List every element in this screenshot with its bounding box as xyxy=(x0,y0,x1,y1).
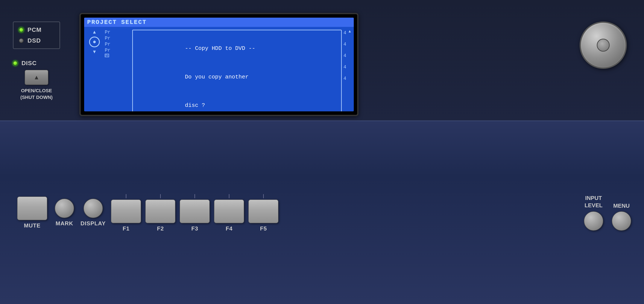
disc-label: DISC xyxy=(22,60,37,67)
display-button[interactable] xyxy=(84,199,103,218)
f1-label: F1 xyxy=(122,225,130,232)
f4-label: F4 xyxy=(226,225,232,232)
mark-label: MARK xyxy=(56,220,73,227)
f2-group: | F2 xyxy=(145,194,176,232)
scroll-indicator: ▲ xyxy=(348,29,352,34)
pcm-label: PCM xyxy=(28,27,42,33)
f2-indicator: | xyxy=(160,194,161,198)
project-row-3: Pr xyxy=(105,42,130,47)
f4-button[interactable] xyxy=(214,200,244,223)
f1-indicator: | xyxy=(126,194,127,198)
nav-disc-inner xyxy=(93,41,96,43)
dsd-indicator-row: DSD xyxy=(19,37,54,44)
bottom-panel: MUTE MARK DISPLAY | F1 | F2 | F3 xyxy=(0,120,644,304)
mute-group: MUTE xyxy=(17,197,47,229)
lcd-title-bar: PROJECT SELECT xyxy=(84,18,354,27)
pcm-led xyxy=(19,28,24,32)
lcd-left-nav: ▲ ▼ xyxy=(86,29,103,111)
right-buttons-row: INPUT LEVEL MENU xyxy=(584,195,631,231)
mute-button[interactable] xyxy=(17,197,47,220)
project-row-1: Pr xyxy=(105,30,130,35)
input-level-label: INPUT LEVEL xyxy=(584,195,602,209)
f5-indicator: | xyxy=(263,194,264,198)
f5-group: | F5 xyxy=(248,194,278,232)
format-indicator-group: PCM DSD xyxy=(13,22,60,49)
input-level-button[interactable] xyxy=(584,211,603,231)
disc-led xyxy=(13,61,18,66)
display-label: DISPLAY xyxy=(80,220,106,227)
f3-indicator: | xyxy=(194,194,195,198)
f1-button[interactable] xyxy=(111,200,141,223)
left-indicators: PCM DSD DISC ▲ OPEN/CLOSE xyxy=(13,22,60,101)
open-close-label: OPEN/CLOSE (SHUT DOWN) xyxy=(20,87,52,101)
dsd-label: DSD xyxy=(28,37,41,44)
disc-led-row: DISC xyxy=(13,60,60,67)
f3-group: | F3 xyxy=(180,194,210,232)
nav-down-arrow: ▼ xyxy=(92,49,97,54)
open-close-area: ▲ OPEN/CLOSE (SHUT DOWN) xyxy=(13,70,60,101)
project-row-2: Pr xyxy=(105,36,130,41)
f3-button[interactable] xyxy=(180,200,210,223)
lcd-main-area: ▲ ▲ ▼ Pr Pr xyxy=(84,27,354,111)
disc-indicator-group: DISC ▲ OPEN/CLOSE (SHUT DOWN) xyxy=(13,60,60,101)
lcd-project-list: Pr Pr Pr Pr Pr xyxy=(105,29,130,111)
f3-label: F3 xyxy=(191,225,198,232)
lcd-container: PROJECT SELECT ▲ ▲ ▼ xyxy=(80,13,358,116)
right-knob-area xyxy=(580,9,631,69)
pcm-indicator-row: PCM xyxy=(19,27,54,33)
eject-button[interactable]: ▲ xyxy=(25,70,48,85)
top-panel: PCM DSD DISC ▲ OPEN/CLOSE xyxy=(0,0,644,120)
project-row-5: Pr xyxy=(105,54,130,57)
dialog-text-content: -- Copy HDD to DVD -- Do you copy anothe… xyxy=(138,34,336,111)
nav-up-arrow: ▲ xyxy=(92,30,97,34)
f4-indicator: | xyxy=(228,194,230,198)
project-row-4: Pr xyxy=(105,48,130,53)
f5-button[interactable] xyxy=(248,200,278,223)
f1-group: | F1 xyxy=(111,194,141,232)
mark-button[interactable] xyxy=(55,199,74,218)
menu-button[interactable] xyxy=(612,211,631,231)
dsd-led xyxy=(19,38,24,43)
project-check: Pr xyxy=(105,54,109,57)
nav-disc-icon xyxy=(89,37,100,47)
lcd-dialog-box: -- Copy HDD to DVD -- Do you copy anothe… xyxy=(132,30,342,111)
mute-label: MUTE xyxy=(24,222,40,229)
lcd-title: PROJECT SELECT xyxy=(87,19,146,26)
f2-button[interactable] xyxy=(145,200,176,223)
large-knob[interactable] xyxy=(580,22,627,69)
device-body: PCM DSD DISC ▲ OPEN/CLOSE xyxy=(0,0,644,304)
input-level-group: INPUT LEVEL xyxy=(584,195,603,231)
eject-icon: ▲ xyxy=(34,74,40,80)
f4-group: | F4 xyxy=(214,194,244,232)
f2-label: F2 xyxy=(157,225,164,232)
f5-label: F5 xyxy=(260,225,267,232)
lcd-right-numbers: 4 4 4 4 4 xyxy=(344,29,352,111)
knob-center xyxy=(597,39,610,52)
menu-group: MENU xyxy=(612,203,631,231)
menu-label: MENU xyxy=(613,203,630,209)
mark-group: MARK xyxy=(55,199,74,227)
lcd-screen: PROJECT SELECT ▲ ▲ ▼ xyxy=(84,18,354,111)
display-group: DISPLAY xyxy=(80,199,106,227)
